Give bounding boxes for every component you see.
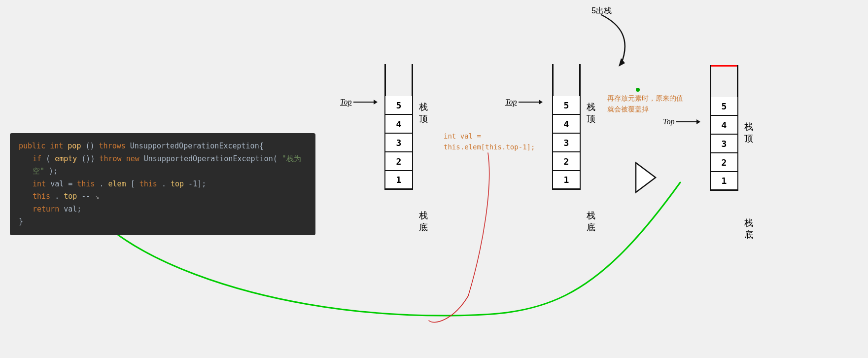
stack2-top-open bbox=[552, 64, 581, 96]
stack1-cell-1: 1 bbox=[384, 171, 413, 190]
code-annotation-line2: this.elem[this.top-1]; bbox=[444, 142, 535, 152]
stack1-top-label: Top bbox=[340, 98, 374, 107]
stack2-cell-4: 4 bbox=[552, 115, 581, 134]
stack1-top-open bbox=[384, 64, 413, 96]
stack2-zhan-di: 栈底 bbox=[587, 210, 595, 233]
code-line-4: this . top -- ↘ bbox=[19, 190, 307, 203]
code-line-1: public int pop () throws UnsupportedOper… bbox=[19, 140, 307, 153]
code-line-3: int val = this . elem [ this . top -1]; bbox=[19, 178, 307, 191]
stack3-cell-3: 3 bbox=[710, 135, 738, 153]
stack3-cell-5: 5 bbox=[710, 97, 738, 116]
stack2-cell-1: 1 bbox=[552, 171, 581, 190]
code-block: public int pop () throws UnsupportedOper… bbox=[10, 133, 315, 235]
svg-marker-0 bbox=[619, 58, 625, 67]
stack2-cell-2: 2 bbox=[552, 152, 581, 171]
stack1-container: Top 5 4 3 2 1 栈顶 栈底 bbox=[384, 64, 413, 190]
stack3-zhan-di: 栈底 bbox=[744, 217, 753, 241]
stack1-zhan-di: 栈底 bbox=[419, 210, 428, 233]
stack3-top-label: Top bbox=[663, 117, 697, 126]
stack3-cell-2: 2 bbox=[710, 153, 738, 172]
code-annotation: int val = this.elem[this.top-1]; bbox=[444, 131, 535, 153]
green-dot bbox=[636, 88, 640, 92]
code-line-2: if ( empty ()) throw new UnsupportedOper… bbox=[19, 153, 307, 178]
stack2-top-label: Top bbox=[505, 98, 539, 107]
stack1-zhan-ding: 栈顶 bbox=[419, 101, 428, 125]
stack2-cell-5: 5 bbox=[552, 96, 581, 115]
stack1-cell-3: 3 bbox=[384, 134, 413, 152]
stack3-top-open bbox=[710, 65, 738, 97]
stack3-container: Top 5 4 3 2 1 栈顶 栈底 bbox=[710, 64, 738, 191]
stack3-cell-1: 1 bbox=[710, 172, 738, 191]
five-exit-label: 5出栈 bbox=[591, 6, 612, 16]
note-text: 再存放元素时，原来的值就会被覆盖掉 bbox=[607, 93, 686, 115]
code-annotation-line1: int val = bbox=[444, 131, 535, 142]
stack3-zhan-ding: 栈顶 bbox=[744, 121, 753, 144]
stack1-cell-4: 4 bbox=[384, 115, 413, 134]
stack2-zhan-ding: 栈顶 bbox=[587, 101, 595, 125]
stack3-cell-4: 4 bbox=[710, 116, 738, 135]
red-line-indicator bbox=[711, 65, 737, 67]
stack1-cell-5: 5 bbox=[384, 96, 413, 115]
stack1-cell-2: 2 bbox=[384, 152, 413, 171]
svg-marker-1 bbox=[636, 163, 656, 192]
stack2-container: Top 5 4 3 2 1 栈顶 栈底 bbox=[552, 64, 581, 190]
code-line-5: return val; bbox=[19, 203, 307, 216]
code-line-6: } bbox=[19, 215, 307, 228]
stack2-cell-3: 3 bbox=[552, 134, 581, 152]
